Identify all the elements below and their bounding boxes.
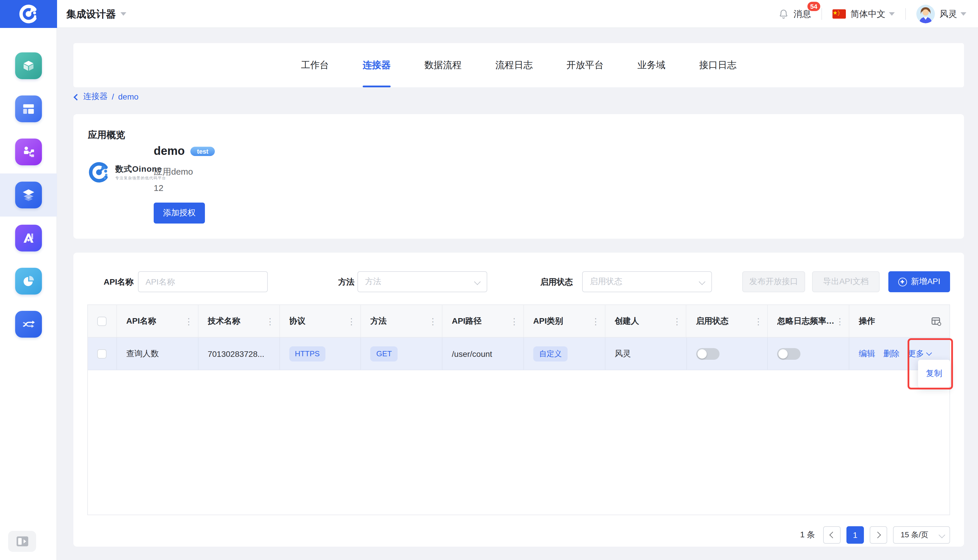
column-menu-icon[interactable] bbox=[591, 317, 600, 325]
chevron-down-icon[interactable] bbox=[961, 12, 966, 18]
add-api-button[interactable]: 新增API bbox=[888, 271, 950, 292]
column-header-category: API类别 bbox=[524, 305, 605, 337]
column-menu-icon[interactable] bbox=[836, 317, 845, 325]
ai-app-icon bbox=[15, 225, 42, 252]
integration-designer-page: 集成设计器 消息 54 简体中文 bbox=[0, 0, 978, 560]
breadcrumb[interactable]: 连接器 / demo bbox=[75, 88, 138, 105]
method-tag: GET bbox=[370, 346, 398, 361]
column-menu-icon[interactable] bbox=[347, 317, 356, 325]
export-api-doc-button[interactable]: 导出API文档 bbox=[812, 271, 880, 292]
column-header-tech-name: 技术名称 bbox=[198, 305, 280, 337]
column-header-creator: 创建人 bbox=[605, 305, 686, 337]
page-number-active[interactable]: 1 bbox=[846, 526, 864, 544]
pie-app-icon bbox=[15, 268, 42, 295]
column-menu-icon[interactable] bbox=[754, 317, 763, 325]
column-menu-icon[interactable] bbox=[184, 317, 193, 325]
select-all-checkbox[interactable] bbox=[98, 317, 107, 326]
edit-link[interactable]: 编辑 bbox=[859, 348, 875, 359]
ignore-log-toggle-off[interactable] bbox=[778, 348, 801, 360]
messages-label: 消息 bbox=[793, 8, 811, 18]
breadcrumb-back[interactable]: 连接器 bbox=[83, 92, 108, 102]
column-menu-icon[interactable] bbox=[510, 317, 519, 325]
shuffle-app-icon bbox=[15, 311, 42, 338]
app-sidebar bbox=[0, 28, 57, 560]
prev-page-button[interactable] bbox=[823, 526, 841, 544]
chevron-down-icon bbox=[474, 278, 481, 285]
layout-app-icon bbox=[15, 95, 42, 122]
avatar-image bbox=[916, 5, 935, 23]
column-header-enabled: 启用状态 bbox=[686, 305, 768, 337]
column-settings-icon[interactable] bbox=[931, 317, 941, 326]
table-row[interactable]: 查询人数 70130283728... HTTPS GET /user/coun… bbox=[88, 338, 950, 370]
app-switcher[interactable]: 集成设计器 bbox=[67, 0, 126, 28]
messages-link[interactable]: 消息 54 bbox=[793, 8, 811, 20]
module-tabs: 工作台 连接器 数据流程 流程日志 开放平台 业务域 接口日志 bbox=[73, 43, 964, 87]
api-list-card: API名称 方法 方法 启用状态 启用状态 发布开放接口 导出API文档 新增A… bbox=[73, 253, 964, 547]
user-avatar[interactable] bbox=[916, 5, 935, 23]
tab-flow-log[interactable]: 流程日志 bbox=[495, 43, 533, 87]
app-overview-card: 应用概览 数式Oinone 专注复杂场景的低代码平台 demo bbox=[73, 114, 964, 239]
tab-data-flow[interactable]: 数据流程 bbox=[424, 43, 462, 87]
column-menu-icon[interactable] bbox=[266, 317, 275, 325]
sidebar-app-pie[interactable] bbox=[0, 260, 57, 303]
delete-link[interactable]: 删除 bbox=[883, 348, 900, 359]
chevron-down-icon[interactable] bbox=[889, 12, 895, 18]
tab-api-log[interactable]: 接口日志 bbox=[699, 43, 736, 87]
copy-menu-item[interactable]: 复制 bbox=[926, 368, 942, 379]
sidebar-collapse-button[interactable] bbox=[8, 531, 36, 552]
add-authorization-button[interactable]: 添加授权 bbox=[154, 203, 205, 223]
chevron-down-icon bbox=[939, 532, 945, 538]
top-bar: 集成设计器 消息 54 简体中文 bbox=[0, 0, 978, 28]
page-title: 集成设计器 bbox=[67, 7, 116, 21]
tab-open-platform[interactable]: 开放平台 bbox=[566, 43, 604, 87]
column-header-method: 方法 bbox=[361, 305, 443, 337]
column-header-path: API路径 bbox=[442, 305, 524, 337]
flow-app-icon bbox=[15, 138, 42, 165]
more-dropdown-trigger[interactable]: 更多 bbox=[908, 348, 930, 359]
back-chevron-icon[interactable] bbox=[73, 94, 80, 100]
method-filter-select[interactable]: 方法 bbox=[357, 271, 487, 292]
app-description: 应用demo bbox=[154, 167, 193, 178]
sidebar-app-ai[interactable] bbox=[0, 217, 57, 260]
main-content: 工作台 连接器 数据流程 流程日志 开放平台 业务域 接口日志 连接器 / de… bbox=[57, 28, 978, 560]
total-count: 1 条 bbox=[800, 530, 815, 540]
username[interactable]: 风灵 bbox=[940, 8, 957, 20]
publish-open-api-button[interactable]: 发布开放接口 bbox=[742, 271, 805, 292]
api-name-filter-label: API名称 bbox=[103, 271, 133, 292]
oinone-logo[interactable] bbox=[0, 0, 57, 28]
sidebar-app-shuffle[interactable] bbox=[0, 303, 57, 346]
chevron-down-icon bbox=[120, 12, 126, 18]
tab-workbench[interactable]: 工作台 bbox=[301, 43, 329, 87]
tab-business-domain[interactable]: 业务域 bbox=[637, 43, 665, 87]
env-badge: test bbox=[191, 147, 215, 156]
row-checkbox[interactable] bbox=[98, 349, 107, 358]
column-header-api-name: API名称 bbox=[117, 305, 198, 337]
bell-icon[interactable] bbox=[778, 9, 789, 19]
sidebar-app-cube[interactable] bbox=[0, 44, 57, 87]
overview-title: 应用概览 bbox=[88, 129, 125, 142]
sidebar-app-layers-active[interactable] bbox=[0, 173, 57, 217]
column-header-protocol: 协议 bbox=[280, 305, 361, 337]
sidebar-app-layout[interactable] bbox=[0, 87, 57, 130]
plus-circle-icon bbox=[898, 277, 907, 286]
app-value: 12 bbox=[154, 183, 163, 193]
sidebar-app-flow[interactable] bbox=[0, 130, 57, 173]
column-header-actions: 操作 bbox=[850, 305, 950, 337]
divider bbox=[821, 8, 822, 20]
messages-count-badge: 54 bbox=[807, 2, 821, 11]
language-selector[interactable]: 简体中文 bbox=[851, 8, 885, 20]
page-size-select[interactable]: 15 条/页 bbox=[893, 526, 950, 544]
status-filter-select[interactable]: 启用状态 bbox=[582, 271, 712, 292]
enabled-toggle-off[interactable] bbox=[696, 348, 719, 360]
app-name-row: demo test bbox=[154, 144, 215, 158]
column-menu-icon[interactable] bbox=[428, 317, 437, 325]
breadcrumb-separator: / bbox=[112, 92, 114, 101]
next-page-button[interactable] bbox=[870, 526, 887, 544]
table-header: API名称 技术名称 协议 方法 API路径 API类别 bbox=[88, 305, 950, 338]
column-menu-icon[interactable] bbox=[673, 317, 681, 325]
tab-connector[interactable]: 连接器 bbox=[363, 43, 391, 87]
pagination: 1 条 1 15 条/页 bbox=[800, 526, 950, 544]
chevron-left-icon bbox=[830, 532, 836, 538]
category-tag: 自定义 bbox=[533, 346, 568, 361]
api-name-filter-input[interactable] bbox=[138, 271, 268, 292]
